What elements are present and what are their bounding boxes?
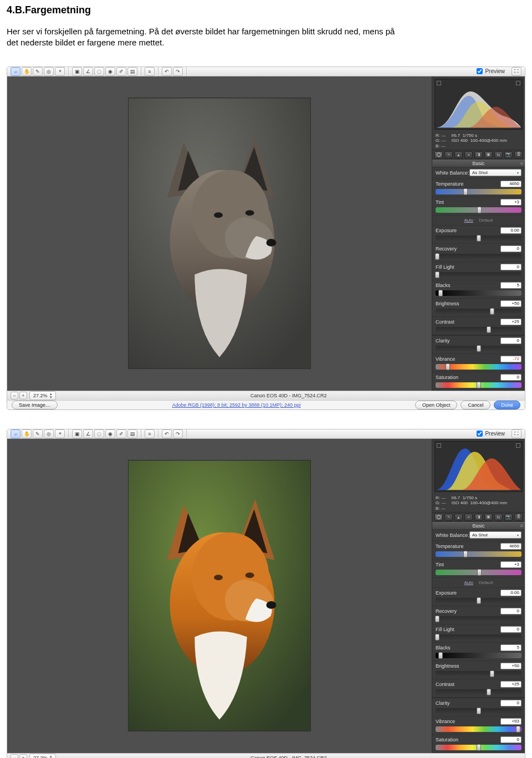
tab-lens-icon[interactable]: ▣ bbox=[484, 151, 493, 158]
panel-menu-icon[interactable]: ≡ bbox=[520, 161, 523, 166]
shadow-clip-icon[interactable] bbox=[437, 81, 441, 85]
vibrance-slider[interactable] bbox=[436, 726, 521, 732]
zoom-out-icon[interactable]: − bbox=[11, 392, 18, 400]
brightness-slider[interactable] bbox=[436, 671, 521, 677]
redeye-tool-icon[interactable]: ◉ bbox=[105, 67, 115, 76]
saturation-value[interactable]: 0 bbox=[500, 736, 521, 743]
image-stage[interactable] bbox=[7, 439, 432, 754]
tab-hsl-icon[interactable]: ≡ bbox=[464, 514, 473, 521]
blacks-slider[interactable] bbox=[436, 290, 521, 296]
auto-link[interactable]: Auto bbox=[464, 218, 473, 223]
preview-check-input[interactable] bbox=[477, 431, 483, 437]
recovery-slider[interactable] bbox=[436, 616, 521, 622]
tab-basic-icon[interactable]: ◯ bbox=[434, 514, 443, 521]
save-image-button[interactable]: Save Image… bbox=[12, 401, 58, 409]
zoom-level[interactable]: 27.2%▴▾ bbox=[29, 391, 56, 400]
histogram[interactable] bbox=[434, 441, 523, 492]
tab-split-icon[interactable]: ◨ bbox=[474, 151, 483, 158]
hand-tool-icon[interactable]: ✋ bbox=[22, 67, 32, 76]
open-object-button[interactable]: Open Object bbox=[415, 401, 458, 409]
spot-tool-icon[interactable]: ◌ bbox=[94, 429, 104, 438]
tab-curve-icon[interactable]: ∿ bbox=[444, 151, 453, 158]
workflow-link[interactable]: Adobe RGB (1998); 8 bit; 2592 by 3888 (1… bbox=[172, 402, 300, 408]
rotate-cw-icon[interactable]: ↷ bbox=[173, 67, 183, 76]
clarity-slider[interactable] bbox=[436, 346, 521, 351]
tint-value[interactable]: +3 bbox=[500, 199, 521, 206]
tab-cal-icon[interactable]: 📷 bbox=[504, 151, 513, 158]
prefs-icon[interactable]: ≡ bbox=[145, 67, 155, 76]
histogram[interactable] bbox=[434, 79, 523, 130]
tab-hsl-icon[interactable]: ≡ bbox=[464, 151, 473, 158]
clarity-slider[interactable] bbox=[436, 708, 521, 714]
grad-tool-icon[interactable]: ▤ bbox=[127, 429, 137, 438]
rotate-cw-icon[interactable]: ↷ bbox=[173, 429, 183, 438]
temperature-value[interactable]: 4650 bbox=[500, 181, 521, 187]
wb-tool-icon[interactable]: ✎ bbox=[33, 429, 43, 438]
temperature-value[interactable]: 4650 bbox=[500, 543, 521, 550]
tab-detail-icon[interactable]: ▲ bbox=[454, 151, 463, 158]
straighten-tool-icon[interactable]: ∠ bbox=[83, 429, 93, 438]
exposure-slider[interactable] bbox=[436, 235, 521, 241]
tab-cal-icon[interactable]: 📷 bbox=[504, 514, 513, 521]
zoom-level[interactable]: 27.2%▴▾ bbox=[29, 754, 56, 758]
color-sampler-icon[interactable]: ◎ bbox=[44, 429, 54, 438]
exposure-value[interactable]: 0.00 bbox=[500, 590, 521, 596]
prefs-icon[interactable]: ≡ bbox=[145, 429, 155, 438]
straighten-tool-icon[interactable]: ∠ bbox=[83, 67, 93, 76]
highlight-clip-icon[interactable] bbox=[516, 443, 520, 448]
tab-split-icon[interactable]: ◨ bbox=[474, 514, 483, 521]
brightness-value[interactable]: +50 bbox=[500, 300, 521, 307]
tab-preset-icon[interactable]: ≣ bbox=[514, 514, 523, 521]
hand-tool-icon[interactable]: ✋ bbox=[22, 429, 32, 438]
shadow-clip-icon[interactable] bbox=[437, 443, 441, 448]
tint-value[interactable]: +3 bbox=[500, 561, 521, 568]
fullscreen-toggle-icon[interactable]: ⛶ bbox=[511, 429, 521, 438]
brightness-slider[interactable] bbox=[436, 309, 521, 314]
contrast-value[interactable]: +25 bbox=[500, 319, 521, 325]
clarity-value[interactable]: 0 bbox=[500, 337, 521, 344]
zoom-in-icon[interactable]: + bbox=[19, 392, 27, 400]
contrast-slider[interactable] bbox=[436, 689, 521, 695]
tab-curve-icon[interactable]: ∿ bbox=[444, 514, 453, 521]
temperature-slider[interactable] bbox=[436, 551, 521, 557]
vibrance-value[interactable]: +93 bbox=[500, 718, 521, 725]
blacks-slider[interactable] bbox=[436, 653, 521, 658]
rotate-ccw-icon[interactable]: ↶ bbox=[162, 429, 172, 438]
tab-basic-icon[interactable]: ◯ bbox=[434, 151, 443, 158]
tab-preset-icon[interactable]: ≣ bbox=[514, 151, 523, 158]
tab-fx-icon[interactable]: fx bbox=[494, 514, 503, 521]
clarity-value[interactable]: 0 bbox=[500, 700, 521, 706]
fullscreen-toggle-icon[interactable]: ⛶ bbox=[511, 67, 521, 76]
recovery-value[interactable]: 0 bbox=[500, 245, 521, 252]
brush-tool-icon[interactable]: ✐ bbox=[116, 67, 126, 76]
brightness-value[interactable]: +50 bbox=[500, 663, 521, 669]
done-button[interactable]: Done bbox=[494, 401, 520, 409]
filllight-value[interactable]: 0 bbox=[500, 264, 521, 270]
spot-tool-icon[interactable]: ◌ bbox=[94, 67, 104, 76]
blacks-value[interactable]: 5 bbox=[500, 644, 521, 651]
saturation-slider[interactable] bbox=[436, 745, 521, 750]
crop-tool-icon[interactable]: ▣ bbox=[72, 429, 82, 438]
image-stage[interactable] bbox=[7, 76, 432, 391]
saturation-value[interactable]: 0 bbox=[500, 374, 521, 381]
zoom-tool-icon[interactable]: ⌕ bbox=[11, 429, 21, 438]
zoom-out-icon[interactable]: − bbox=[11, 754, 18, 758]
redeye-tool-icon[interactable]: ◉ bbox=[105, 429, 115, 438]
grad-tool-icon[interactable]: ▤ bbox=[127, 67, 137, 76]
exposure-value[interactable]: 0.00 bbox=[500, 227, 521, 234]
tab-lens-icon[interactable]: ▣ bbox=[484, 514, 493, 521]
wb-tool-icon[interactable]: ✎ bbox=[33, 67, 43, 76]
exposure-slider[interactable] bbox=[436, 598, 521, 603]
auto-link[interactable]: Auto bbox=[464, 580, 473, 585]
wb-select[interactable]: As Shot▾ bbox=[469, 169, 521, 176]
default-link[interactable]: Default bbox=[479, 218, 493, 223]
cancel-button[interactable]: Cancel bbox=[461, 401, 490, 409]
saturation-slider[interactable] bbox=[436, 382, 521, 388]
wb-select[interactable]: As Shot▾ bbox=[469, 531, 521, 539]
contrast-slider[interactable] bbox=[436, 327, 521, 332]
vibrance-value[interactable]: -72 bbox=[500, 356, 521, 362]
tab-detail-icon[interactable]: ▲ bbox=[454, 514, 463, 521]
brush-tool-icon[interactable]: ✐ bbox=[116, 429, 126, 438]
preview-check-input[interactable] bbox=[477, 68, 483, 74]
zoom-tool-icon[interactable]: ⌕ bbox=[11, 67, 21, 76]
